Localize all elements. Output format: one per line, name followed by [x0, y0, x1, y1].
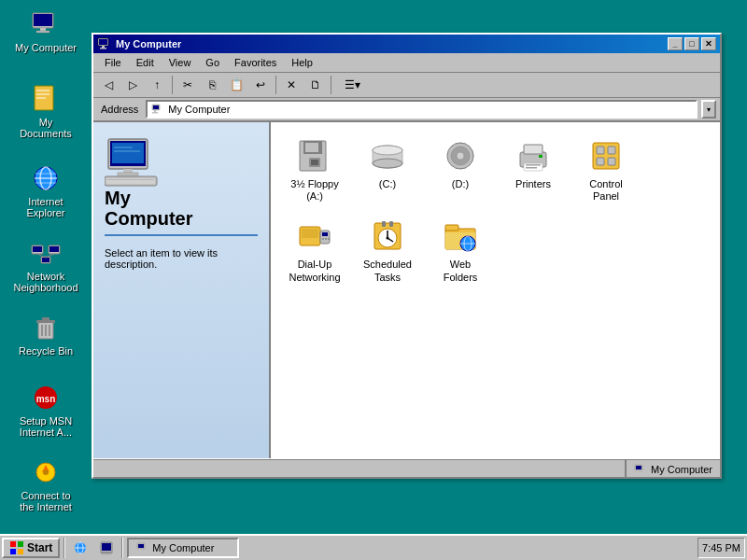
file-icon-d-drive[interactable]: (D:)	[428, 133, 493, 206]
toolbar-sep3	[331, 76, 331, 94]
taskbar-computer-icon	[136, 542, 149, 553]
svg-rect-74	[608, 147, 615, 154]
menu-edit[interactable]: Edit	[129, 55, 162, 70]
status-text: My Computer	[651, 464, 712, 475]
file-icon-scheduled-tasks[interactable]: Scheduled Tasks	[355, 214, 420, 287]
svg-rect-34	[102, 46, 105, 48]
desktop-icon-setup-msn[interactable]: msn Setup MSN Internet A...	[13, 383, 78, 438]
svg-rect-102	[18, 541, 23, 547]
back-button[interactable]: ◁	[97, 75, 120, 95]
views-button[interactable]: ☰▾	[335, 75, 369, 95]
svg-rect-109	[102, 543, 111, 551]
svg-rect-113	[139, 549, 141, 551]
delete-button[interactable]: ✕	[280, 75, 303, 95]
svg-rect-54	[311, 160, 318, 165]
taskbar: Start My Computer 7:45 PM	[0, 534, 747, 560]
svg-rect-89	[382, 221, 386, 227]
svg-rect-49	[107, 179, 154, 180]
undo-button[interactable]: ↩	[249, 75, 272, 95]
svg-point-64	[457, 152, 464, 160]
address-dropdown[interactable]: ▾	[701, 100, 716, 119]
address-input[interactable]: My Computer	[146, 100, 698, 119]
paste-button[interactable]: 📋	[225, 75, 247, 95]
taskbar-divider	[63, 538, 65, 558]
my-computer-window: My Computer _ □ ✕ File Edit View Go Favo…	[92, 33, 722, 479]
address-label: Address	[97, 103, 142, 116]
file-icon-control-panel[interactable]: Control Panel	[573, 133, 639, 206]
properties-button[interactable]: 🗋	[304, 75, 327, 95]
svg-rect-3	[36, 31, 49, 33]
svg-rect-5	[36, 90, 49, 91]
status-computer-icon	[634, 464, 647, 475]
taskbar-divider2	[121, 538, 123, 558]
svg-rect-112	[138, 544, 144, 548]
quicklaunch-channels[interactable]	[95, 538, 118, 558]
svg-rect-78	[302, 229, 318, 238]
desktop-icon-recycle-bin[interactable]: Recycle Bin	[13, 313, 78, 357]
svg-rect-46	[118, 173, 138, 175]
svg-rect-2	[40, 28, 46, 31]
svg-point-31	[43, 469, 49, 475]
menu-favorites[interactable]: Favorites	[227, 55, 284, 70]
file-icon-floppy[interactable]: 3½ Floppy (A:)	[282, 133, 347, 206]
svg-rect-35	[100, 48, 106, 49]
start-button[interactable]: Start	[2, 538, 60, 558]
left-panel-title: MyComputer	[105, 188, 258, 236]
svg-rect-83	[328, 238, 330, 240]
toolbar: ◁ ▷ ↑ ✂ ⎘ 📋 ↩ ✕ 🗋 ☰▾	[93, 73, 720, 98]
svg-rect-80	[322, 232, 328, 236]
minimize-button[interactable]: _	[668, 37, 683, 50]
computer-title-icon	[97, 37, 112, 50]
svg-point-88	[387, 237, 389, 240]
svg-rect-33	[99, 39, 107, 45]
file-icon-web-folders[interactable]: Web Folders	[428, 214, 493, 287]
icons-area: 3½ Floppy (A:) (C:)	[271, 122, 720, 458]
toolbar-sep1	[172, 76, 173, 94]
status-right: My Computer	[627, 459, 720, 478]
desktop-icon-network-neighborhood[interactable]: Network Neighborhood	[13, 238, 78, 293]
up-button[interactable]: ↑	[146, 75, 168, 95]
forward-button[interactable]: ▷	[121, 75, 144, 95]
address-bar: Address My Computer ▾	[93, 98, 720, 122]
svg-rect-69	[539, 155, 543, 158]
menu-go[interactable]: Go	[198, 55, 227, 70]
svg-rect-99	[637, 470, 639, 472]
maximize-button[interactable]: □	[684, 37, 699, 50]
svg-rect-104	[18, 549, 23, 554]
svg-rect-43	[114, 147, 133, 148]
svg-rect-45	[123, 169, 133, 173]
desktop-icon-internet-explorer[interactable]: Internet Explorer	[13, 163, 78, 218]
file-icon-printers[interactable]: Printers	[500, 133, 566, 206]
close-button[interactable]: ✕	[701, 37, 716, 50]
svg-rect-67	[524, 145, 543, 154]
svg-rect-76	[608, 158, 615, 165]
desktop-icon-my-documents[interactable]: My Documents	[13, 84, 78, 139]
svg-rect-90	[389, 221, 393, 227]
desktop-icon-my-computer[interactable]: My Computer	[13, 9, 78, 53]
toolbar-sep2	[275, 76, 276, 94]
taskbar-my-computer[interactable]: My Computer	[127, 538, 239, 558]
menu-file[interactable]: File	[97, 55, 129, 70]
svg-rect-52	[305, 143, 318, 152]
menu-help[interactable]: Help	[284, 55, 320, 70]
svg-rect-18	[42, 258, 49, 262]
file-icon-dialup[interactable]: Dial-Up Networking	[282, 214, 347, 287]
desktop-icon-connect-internet[interactable]: Connect to the Internet	[13, 457, 78, 512]
copy-button[interactable]: ⎘	[201, 75, 223, 95]
cut-button[interactable]: ✂	[176, 75, 199, 95]
menu-view[interactable]: View	[162, 55, 199, 70]
svg-rect-39	[152, 112, 158, 114]
svg-rect-1	[34, 14, 52, 26]
svg-rect-98	[636, 466, 641, 469]
svg-text:msn: msn	[36, 394, 56, 404]
svg-rect-38	[154, 110, 156, 112]
svg-rect-7	[36, 97, 46, 99]
svg-rect-6	[36, 93, 49, 95]
svg-rect-14	[33, 246, 42, 252]
svg-rect-81	[322, 238, 324, 240]
quicklaunch-ie[interactable]	[69, 538, 92, 558]
windows-logo-icon	[9, 540, 24, 555]
file-icon-c-drive[interactable]: (C:)	[355, 133, 420, 206]
svg-rect-23	[42, 317, 49, 321]
svg-rect-42	[112, 143, 144, 163]
